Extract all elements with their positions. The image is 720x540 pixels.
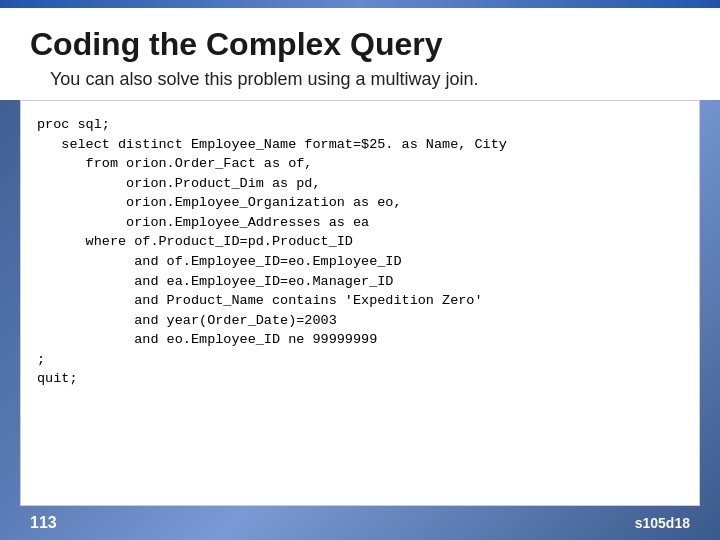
code-block: proc sql; select distinct Employee_Name … bbox=[37, 115, 683, 389]
top-decorative-bar bbox=[0, 0, 720, 8]
slide-id: s105d18 bbox=[635, 515, 690, 531]
footer: 113 s105d18 bbox=[0, 506, 720, 540]
slide: Coding the Complex Query You can also so… bbox=[0, 0, 720, 540]
slide-title: Coding the Complex Query bbox=[30, 26, 690, 63]
code-container: proc sql; select distinct Employee_Name … bbox=[20, 100, 700, 506]
page-number: 113 bbox=[30, 514, 57, 532]
header: Coding the Complex Query You can also so… bbox=[0, 8, 720, 100]
slide-subtitle: You can also solve this problem using a … bbox=[50, 69, 690, 90]
